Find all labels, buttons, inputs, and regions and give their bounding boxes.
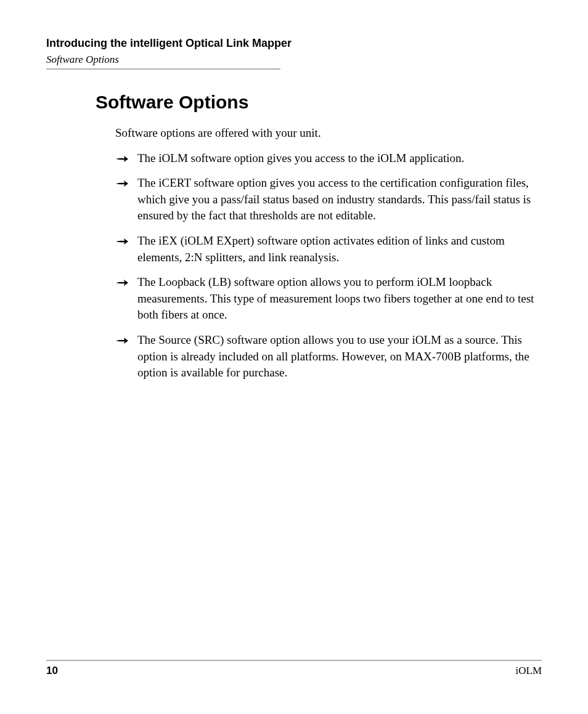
bullet-text: The iCERT software option gives you acce… — [137, 175, 542, 224]
footer-row: 10 iOLM — [46, 665, 542, 677]
list-item: The iEX (iOLM EXpert) software option ac… — [115, 233, 542, 266]
list-item: The Loopback (LB) software option allows… — [115, 274, 542, 323]
list-item: The iOLM software option gives you acces… — [115, 150, 542, 167]
intro-text: Software options are offered with your u… — [115, 125, 542, 142]
list-item: The iCERT software option gives you acce… — [115, 175, 542, 224]
header-rule — [46, 68, 280, 70]
arrow-icon — [115, 236, 129, 247]
footer-rule — [46, 660, 542, 661]
main-heading: Software Options — [96, 92, 542, 113]
page-footer: 10 iOLM — [46, 660, 542, 677]
arrow-icon — [115, 153, 129, 164]
arrow-icon — [115, 335, 129, 346]
footer-label: iOLM — [516, 665, 542, 677]
arrow-icon — [115, 178, 129, 189]
bullet-text: The iEX (iOLM EXpert) software option ac… — [137, 233, 542, 266]
chapter-title: Introducing the intelligent Optical Link… — [46, 37, 542, 50]
page-header: Introducing the intelligent Optical Link… — [46, 37, 542, 70]
bullet-text: The iOLM software option gives you acces… — [137, 150, 464, 167]
arrow-icon — [115, 277, 129, 288]
bullet-list: The iOLM software option gives you acces… — [115, 150, 542, 381]
section-name: Software Options — [46, 54, 542, 66]
page-number: 10 — [46, 665, 58, 677]
list-item: The Source (SRC) software option allows … — [115, 332, 542, 381]
bullet-text: The Loopback (LB) software option allows… — [137, 274, 542, 323]
bullet-text: The Source (SRC) software option allows … — [137, 332, 542, 381]
content-area: Software Options Software options are of… — [46, 75, 542, 381]
